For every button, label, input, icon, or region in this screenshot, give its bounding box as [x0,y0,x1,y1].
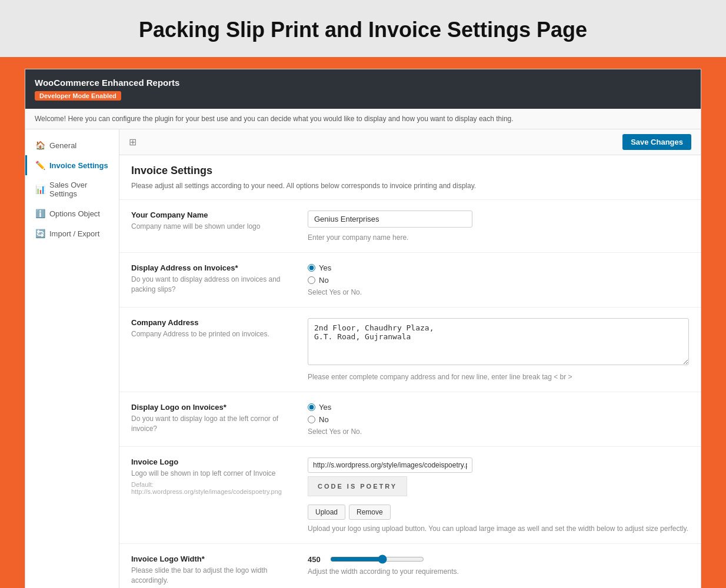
company-name-label: Your Company Name [131,211,284,219]
company-name-label-cell: Your Company Name Company name will be s… [119,200,296,253]
display-address-no-radio[interactable] [308,276,315,284]
display-address-yes-radio[interactable] [308,264,315,272]
display-address-no-label: No [319,276,329,285]
company-name-hint: Enter your company name here. [308,233,689,242]
main-content: ⊞ Save Changes Invoice Settings Please a… [119,129,701,588]
grid-icon: ⊞ [129,136,136,148]
invoice-logo-desc: Logo will be shown in top left corner of… [131,469,284,479]
invoice-logo-default-note: Default: http://s.wordpress.org/style/im… [131,481,284,495]
section-title: Invoice Settings [119,155,701,182]
display-logo-yes-label: Yes [319,403,331,412]
plugin-header: WooCommerce Enhanced Reports Developer M… [25,69,701,109]
logo-width-range-row: 450 [308,554,689,564]
invoice-logo-hint: Upload your logo using upload button. Yo… [308,524,689,533]
company-address-label: Company Address [131,318,284,327]
sidebar: 🏠 General ✏️ Invoice Settings 📊 Sales Ov… [25,129,119,588]
display-logo-radio-group: Yes No [308,403,689,424]
sidebar-item-general[interactable]: 🏠 General [25,135,119,155]
display-logo-label-cell: Display Logo on Invoices* Do you want to… [119,392,296,447]
logo-upload-row: Upload Remove [308,505,689,520]
table-row: Your Company Name Company name will be s… [119,200,701,253]
display-address-radio-group: Yes No [308,263,689,285]
toolbar: ⊞ Save Changes [119,129,701,155]
edit-icon: ✏️ [35,161,45,170]
logo-width-label-cell: Invoice Logo Width* Please slide the bar… [119,544,296,589]
logo-width-label: Invoice Logo Width* [131,554,284,563]
display-address-yes-label: Yes [319,263,331,272]
display-logo-no-option[interactable]: No [308,415,689,424]
display-logo-yes-option[interactable]: Yes [308,403,689,412]
logo-width-desc: Please slide the bar to adjust the logo … [131,566,284,586]
display-address-yes-option[interactable]: Yes [308,263,689,272]
table-row: Display Logo on Invoices* Do you want to… [119,392,701,447]
settings-table: Your Company Name Company name will be s… [119,200,701,588]
invoice-logo-label-cell: Invoice Logo Logo will be shown in top l… [119,447,296,544]
info-icon: ℹ️ [35,209,45,218]
refresh-icon: 🔄 [35,229,45,238]
logo-width-value: 450 [308,555,324,564]
logo-preview: CODE IS POETRY [308,476,407,496]
display-logo-hint: Select Yes or No. [308,427,689,436]
page-header: Packing Slip Print and Invoice Settings … [0,0,726,57]
display-logo-desc: Do you want to display logo at the left … [131,414,284,434]
company-name-input[interactable] [308,211,472,228]
logo-width-hint: Adjust the width according to your requi… [308,567,689,576]
company-address-textarea[interactable]: 2nd Floor, Chaudhry Plaza, G.T. Road, Gu… [308,318,689,365]
display-address-desc: Do you want to display address on invoic… [131,275,284,295]
company-address-desc: Company Address to be printed on invoice… [131,329,284,339]
plugin-title: WooCommerce Enhanced Reports [35,78,691,88]
orange-bar: WooCommerce Enhanced Reports Developer M… [0,57,726,588]
display-address-label: Display Address on Invoices* [131,263,284,272]
chart-icon: 📊 [35,185,45,194]
company-name-input-cell: Enter your company name here. [296,200,701,253]
display-logo-input-cell: Yes No Select Yes or No. [296,392,701,447]
sidebar-label-general: General [49,141,76,150]
section-description: Please adjust all settings according to … [119,182,701,200]
logo-width-input-cell: 450 Adjust the width according to your r… [296,544,701,589]
display-logo-no-label: No [319,415,329,424]
sidebar-item-import-export[interactable]: 🔄 Import / Export [25,223,119,243]
sidebar-label-import: Import / Export [49,229,99,238]
sidebar-label-sales: Sales Over Settings [49,181,111,198]
plugin-container: WooCommerce Enhanced Reports Developer M… [25,69,701,588]
display-logo-yes-radio[interactable] [308,403,315,411]
invoice-logo-input-cell: CODE IS POETRY Upload Remove Upload your… [296,447,701,544]
invoice-logo-label: Invoice Logo [131,457,284,466]
table-row: Invoice Logo Width* Please slide the bar… [119,544,701,589]
upload-button[interactable]: Upload [308,505,345,520]
display-address-input-cell: Yes No Select Yes or No. [296,253,701,308]
welcome-text: Welcome! Here you can configure the plug… [35,115,514,123]
table-row: Company Address Company Address to be pr… [119,308,701,392]
table-row: Invoice Logo Logo will be shown in top l… [119,447,701,544]
company-address-label-cell: Company Address Company Address to be pr… [119,308,296,392]
display-address-hint: Select Yes or No. [308,288,689,296]
page-wrapper: Packing Slip Print and Invoice Settings … [0,0,726,588]
company-address-hint: Please enter complete company address an… [308,373,689,381]
save-changes-button[interactable]: Save Changes [622,134,691,150]
display-logo-label: Display Logo on Invoices* [131,403,284,412]
sidebar-item-options-object[interactable]: ℹ️ Options Object [25,203,119,223]
company-name-desc: Company name will be shown under logo [131,222,284,232]
plugin-body: 🏠 General ✏️ Invoice Settings 📊 Sales Ov… [25,129,701,588]
display-address-label-cell: Display Address on Invoices* Do you want… [119,253,296,308]
invoice-logo-url-input[interactable] [308,457,472,473]
sidebar-item-sales-over-settings[interactable]: 📊 Sales Over Settings [25,175,119,203]
sidebar-item-invoice-settings[interactable]: ✏️ Invoice Settings [25,155,119,175]
page-title: Packing Slip Print and Invoice Settings … [12,18,714,42]
plugin-welcome: Welcome! Here you can configure the plug… [25,109,701,129]
remove-button[interactable]: Remove [349,505,391,520]
display-address-no-option[interactable]: No [308,276,689,285]
company-address-input-cell: 2nd Floor, Chaudhry Plaza, G.T. Road, Gu… [296,308,701,392]
logo-width-slider[interactable] [330,554,424,564]
home-icon: 🏠 [35,141,45,150]
sidebar-label-invoice: Invoice Settings [49,161,108,170]
table-row: Display Address on Invoices* Do you want… [119,253,701,308]
dev-mode-badge: Developer Mode Enabled [35,91,121,101]
display-logo-no-radio[interactable] [308,416,315,423]
sidebar-label-options: Options Object [49,209,100,218]
